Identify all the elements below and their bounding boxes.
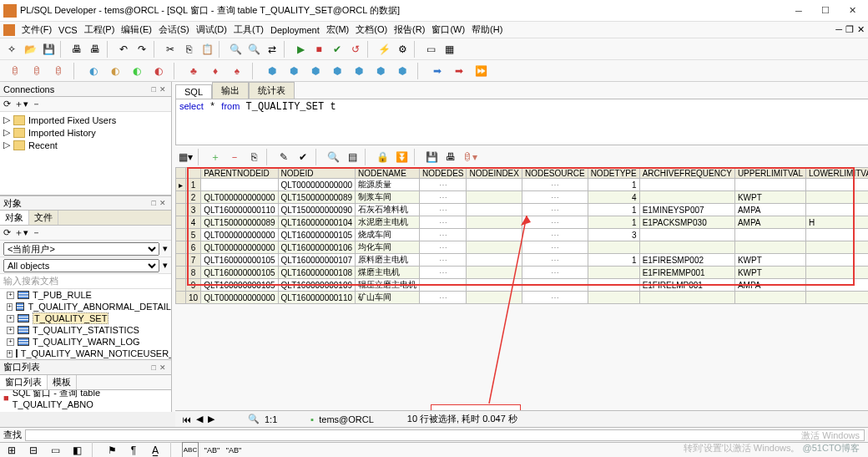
find2-icon[interactable]: 🔍 (245, 41, 262, 58)
menu-file[interactable]: 文件(F) (22, 23, 52, 36)
bt-flag-icon[interactable]: ⚑ (103, 442, 120, 458)
nav-first-icon[interactable]: ⏮ (182, 414, 191, 424)
tab-objects[interactable]: 对象 (0, 211, 29, 225)
explain2-icon[interactable]: ⚙ (394, 41, 411, 58)
conn-del-icon[interactable]: － (32, 98, 41, 110)
beautify2-icon[interactable]: ♦ (207, 63, 224, 79)
redo-icon[interactable]: ↷ (134, 41, 150, 58)
pane-close-icon[interactable]: ✕ (158, 85, 168, 94)
tab-template[interactable]: 模板 (48, 375, 77, 389)
session3-icon[interactable]: ◐ (129, 63, 145, 79)
expand-icon[interactable]: + (7, 315, 14, 322)
object-item[interactable]: +T_QUALITY_WARN_NOTICEUSER_SET (0, 348, 171, 359)
conn-add-icon[interactable]: ＋▾ (14, 98, 28, 110)
tool3-icon[interactable]: ⬢ (307, 63, 324, 79)
obj-close-icon[interactable]: ✕ (158, 199, 168, 207)
expand-icon[interactable]: + (7, 303, 13, 311)
object-list[interactable]: +T_PUB_RULE+T_QUALITY_ABNORMAL_DETAIL+T_… (0, 289, 171, 359)
rollback-icon[interactable]: ↺ (347, 41, 364, 58)
grid-post-icon[interactable]: ✔ (295, 149, 311, 165)
db2-icon[interactable]: 🛢 (28, 63, 45, 79)
grid-del-icon[interactable]: － (226, 149, 243, 165)
bt-a-icon[interactable]: A̲ (147, 442, 164, 458)
tab-output[interactable]: 输出 (212, 82, 249, 99)
tool1-icon[interactable]: ⬢ (264, 63, 280, 79)
menu-debug[interactable]: 调试(D) (196, 23, 227, 36)
pane-pin-icon[interactable]: □ (150, 85, 158, 94)
menu-report[interactable]: 报告(R) (394, 23, 425, 36)
grid-edit-icon[interactable]: ✎ (275, 149, 292, 165)
paste-icon[interactable]: 📋 (199, 41, 215, 58)
bt4-icon[interactable]: ◧ (68, 442, 85, 458)
tab-files[interactable]: 文件 (29, 211, 58, 225)
window-item[interactable]: ■SQL 窗口 - 查询 table T_QUALITY_ABNO (3, 392, 168, 404)
tile-icon[interactable]: ▦ (441, 41, 457, 58)
obj-add-icon[interactable]: ＋▾ (14, 226, 28, 239)
nav-prev-icon[interactable]: ◀ (196, 414, 203, 424)
find-icon[interactable]: 🔍 (227, 41, 244, 58)
session2-icon[interactable]: ◐ (107, 63, 124, 79)
expand-icon[interactable]: + (7, 292, 14, 299)
minimize-button[interactable]: ─ (786, 3, 811, 19)
object-item[interactable]: +T_QUALITY_STATISTICS (0, 324, 171, 336)
cut-icon[interactable]: ✂ (162, 41, 179, 58)
tool4-icon[interactable]: ⬢ (329, 63, 346, 79)
tab-winlist[interactable]: 窗口列表 (0, 375, 48, 389)
grid-print-icon[interactable]: 🖶 (442, 149, 459, 165)
mdi-min-icon[interactable]: ─ (835, 24, 842, 35)
arrow-rr-icon[interactable]: ⏩ (472, 63, 489, 79)
menu-macro[interactable]: 宏(M) (326, 23, 350, 36)
obj-menu-icon[interactable]: ▾ (163, 243, 168, 254)
stop-icon[interactable]: ■ (310, 41, 327, 58)
maximize-button[interactable]: ☐ (813, 3, 838, 19)
explain-icon[interactable]: ⚡ (376, 41, 392, 58)
sql-editor[interactable]: select * from T_QUALITY_SET t ⬆⬇ (175, 99, 868, 145)
db-icon[interactable]: 🛢 (7, 63, 23, 79)
mdi-restore-icon[interactable]: ❐ (845, 24, 854, 35)
expand-icon[interactable]: + (7, 338, 14, 346)
grid-copy-icon[interactable]: 🛢▾ (462, 149, 478, 165)
print2-icon[interactable]: 🖶 (87, 41, 103, 58)
open-icon[interactable]: 📂 (22, 41, 38, 58)
bt2-icon[interactable]: ⊟ (25, 442, 42, 458)
db3-icon[interactable]: 🛢 (50, 63, 67, 79)
zoom-icon[interactable]: 🔍 (248, 414, 260, 424)
grid-export-icon[interactable]: 💾 (423, 149, 440, 165)
obj-del-icon[interactable]: － (32, 226, 41, 239)
copy-icon[interactable]: ⎘ (180, 41, 197, 58)
bt3-icon[interactable]: ▭ (47, 442, 63, 458)
tool6-icon[interactable]: ⬢ (372, 63, 389, 79)
wl-close-icon[interactable]: ✕ (158, 363, 168, 372)
session1-icon[interactable]: ◐ (85, 63, 102, 79)
current-user-select[interactable]: <当前用户> (3, 242, 159, 256)
undo-icon[interactable]: ↶ (115, 41, 132, 58)
menu-project[interactable]: 工程(P) (84, 23, 115, 36)
expand-icon[interactable]: + (7, 327, 14, 334)
arrow-right-blue-icon[interactable]: ➡ (429, 63, 446, 79)
bt1-icon[interactable]: ⊞ (3, 442, 20, 458)
execute-icon[interactable]: ▶ (292, 41, 309, 58)
new-icon[interactable]: ✧ (3, 41, 20, 58)
object-item[interactable]: +T_QUALITY_WARN_LOG (0, 336, 171, 348)
scope-menu-icon[interactable]: ▾ (163, 260, 168, 271)
commit-icon[interactable]: ✔ (329, 41, 346, 58)
mdi-close-icon[interactable]: ✕ (857, 24, 865, 35)
grid-find-icon[interactable]: 🔍 (325, 149, 341, 165)
object-item[interactable]: +T_QUALITY_SET (0, 312, 171, 324)
object-item[interactable]: +T_QUALITY_ABNORMAL_DETAIL (0, 301, 171, 312)
beautify3-icon[interactable]: ♠ (229, 63, 245, 79)
close-button[interactable]: ✕ (840, 3, 865, 19)
object-item[interactable]: +T_PUB_RULE (0, 289, 171, 301)
save-icon[interactable]: 💾 (40, 41, 57, 58)
replace-icon[interactable]: ⇄ (264, 41, 280, 58)
tool2-icon[interactable]: ⬢ (285, 63, 302, 79)
bt-ab2-icon[interactable]: "AB" (225, 442, 242, 458)
grid-lock-icon[interactable]: 🔒 (374, 149, 391, 165)
beautify-icon[interactable]: ♣ (185, 63, 202, 79)
menu-tools[interactable]: 工具(T) (234, 23, 264, 36)
grid-dup-icon[interactable]: ⎘ (245, 149, 262, 165)
tool5-icon[interactable]: ⬢ (351, 63, 367, 79)
obj-refresh-icon[interactable]: ⟳ (3, 227, 11, 238)
grid-fetch-icon[interactable]: ⏬ (393, 149, 410, 165)
menu-deployment[interactable]: Deployment (270, 25, 320, 35)
